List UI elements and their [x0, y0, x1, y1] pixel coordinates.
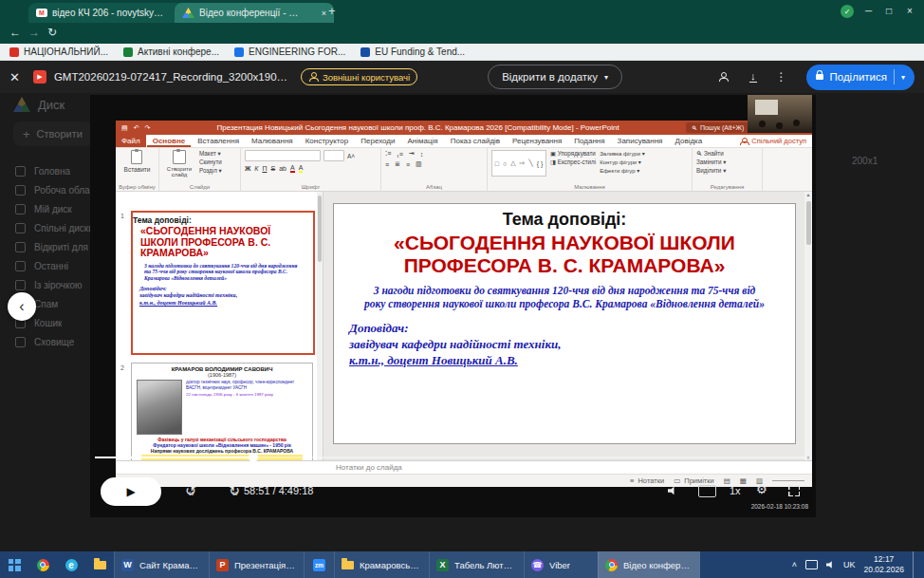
- rewind-10-icon[interactable]: ↺10: [185, 483, 196, 498]
- tab-home[interactable]: Основне: [147, 136, 192, 147]
- open-in-app-button[interactable]: Відкрити в додатку ▾: [488, 65, 622, 89]
- bookmark-item[interactable]: Активні конфере...: [123, 47, 219, 57]
- quick-styles-button[interactable]: ◨ Експрес-стилі: [550, 158, 596, 165]
- volume-icon[interactable]: [668, 486, 677, 495]
- align-left-icon[interactable]: ≡: [385, 161, 389, 168]
- main-scrollbar[interactable]: ▲ ▼: [804, 192, 812, 460]
- numbering-icon[interactable]: ₁≡: [397, 151, 402, 158]
- previous-file-button[interactable]: ‹: [8, 292, 36, 321]
- slide-2-thumbnail[interactable]: КРАМАРОВ ВОЛОДИМИР САВОВИЧ (1906-1987) д…: [131, 363, 313, 460]
- tab-view[interactable]: Подання: [568, 136, 610, 147]
- font-size-select[interactable]: [323, 150, 344, 161]
- view-sorter-icon[interactable]: ▦: [740, 476, 747, 485]
- new-slide-button[interactable]: Створити слайд: [163, 150, 195, 177]
- thumbnail-scrollbar[interactable]: [317, 192, 323, 460]
- fullscreen-icon[interactable]: [788, 485, 800, 496]
- shape-effects-button[interactable]: Ефекти фігур ▾: [600, 167, 645, 174]
- taskbar-app-powerpoint[interactable]: P Презентація Нов...: [209, 551, 304, 578]
- seek-bar[interactable]: [95, 457, 811, 458]
- share-user-icon[interactable]: [718, 72, 730, 82]
- notes-pane[interactable]: Нотатки до слайда: [116, 460, 812, 474]
- tab-insert[interactable]: Вставлення: [192, 136, 245, 147]
- indent-icon[interactable]: ⇥: [409, 150, 415, 158]
- align-right-icon[interactable]: ≡: [406, 161, 410, 168]
- more-options-icon[interactable]: ⋮: [776, 70, 787, 84]
- font-name-select[interactable]: [245, 150, 321, 161]
- scroll-up-icon[interactable]: ▲: [804, 192, 812, 197]
- replace-button[interactable]: Замінити ▾: [696, 158, 726, 165]
- taskbar-app-word[interactable]: W Сайт Крамаровс...: [114, 551, 209, 578]
- taskbar-chrome-icon[interactable]: [28, 551, 57, 578]
- ppt-share-button[interactable]: Спільний доступ: [739, 137, 806, 145]
- slide-canvas[interactable]: Тема доповіді: «СЬОГОДЕННЯ НАУКОВОЇ ШКОЛ…: [333, 203, 796, 444]
- window-close-icon[interactable]: ×: [907, 6, 913, 16]
- taskbar-app-viber[interactable]: ☎ Viber: [524, 551, 598, 578]
- layout-button[interactable]: Макет ▾: [199, 150, 222, 157]
- network-icon[interactable]: [805, 560, 818, 569]
- window-minimize-icon[interactable]: ─: [865, 6, 872, 16]
- shape-outline-button[interactable]: Контур фігури ▾: [600, 158, 645, 165]
- taskbar-app-excel[interactable]: X Табель Лютий 3...: [429, 551, 524, 578]
- language-indicator[interactable]: UK: [843, 560, 856, 569]
- browser-update-icon[interactable]: ✓: [841, 5, 854, 18]
- ppt-search-box[interactable]: 🔍︎ Пошук (Alt+Ж): [686, 122, 749, 133]
- bookmark-item[interactable]: ENGINEERING FOR...: [234, 47, 345, 57]
- tab-close-icon[interactable]: ×: [322, 9, 326, 18]
- taskbar-app-zoom[interactable]: zm: [304, 551, 334, 578]
- share-button[interactable]: Поділитися ▾: [806, 65, 915, 90]
- taskbar-app-chrome-video[interactable]: Відео конференц...: [598, 551, 700, 578]
- select-button[interactable]: Виділити ▾: [696, 167, 726, 174]
- scrollbar-thumb[interactable]: [806, 201, 811, 245]
- strikethrough-button[interactable]: S: [271, 165, 276, 172]
- video-frame[interactable]: ▤ ↶ ↷ Презентация Новицький Сьогодення н…: [90, 95, 816, 517]
- find-button[interactable]: 🔍︎ Знайти: [696, 150, 726, 157]
- back-icon[interactable]: ←: [9, 26, 21, 39]
- font-color-icon[interactable]: А: [290, 164, 295, 173]
- italic-button[interactable]: К: [254, 165, 258, 172]
- tab-design[interactable]: Конструктор: [300, 136, 355, 147]
- tab-draw[interactable]: Малювання: [246, 136, 299, 147]
- undo-icon[interactable]: ↶: [134, 124, 139, 132]
- taskbar-edge-icon[interactable]: e: [57, 551, 85, 578]
- bold-button[interactable]: Ж: [245, 165, 250, 172]
- close-preview-icon[interactable]: ✕: [9, 70, 20, 84]
- line-spacing-icon[interactable]: ↕: [420, 151, 424, 158]
- settings-gear-icon[interactable]: ⚙: [756, 482, 767, 496]
- highlight-color-icon[interactable]: А: [299, 164, 304, 173]
- align-center-icon[interactable]: ≣: [395, 160, 400, 168]
- scrollbar-thumb[interactable]: [318, 196, 322, 262]
- tab-transitions[interactable]: Переходи: [355, 136, 400, 147]
- grow-font-icon[interactable]: A˄: [347, 153, 355, 159]
- taskbar-app-folder[interactable]: Крамаровські чи...: [334, 551, 429, 578]
- tab-review[interactable]: Рецензування: [507, 136, 567, 147]
- playback-speed-button[interactable]: 1x: [730, 485, 741, 496]
- new-tab-button[interactable]: +: [328, 4, 336, 18]
- comments-toggle[interactable]: ▭ Примітки: [674, 476, 714, 485]
- tray-volume-icon[interactable]: [826, 561, 835, 569]
- forward-10-icon[interactable]: ↻10: [229, 483, 240, 498]
- captions-icon[interactable]: [698, 485, 716, 497]
- zoom-slider[interactable]: [772, 480, 804, 481]
- underline-button[interactable]: П: [262, 165, 267, 172]
- bookmark-item[interactable]: EU Funding & Tend...: [360, 47, 465, 57]
- bullets-icon[interactable]: ⁚≡: [385, 150, 391, 158]
- shape-fill-button[interactable]: Заливка фігури ▾: [600, 150, 645, 157]
- tab-file[interactable]: Файл: [116, 135, 146, 147]
- reload-icon[interactable]: ↻: [47, 26, 57, 39]
- play-button[interactable]: ▶: [101, 477, 161, 506]
- paste-button[interactable]: Вставити: [124, 150, 151, 173]
- reset-button[interactable]: Скинути: [199, 158, 222, 165]
- tray-expand-icon[interactable]: ˄: [792, 560, 797, 569]
- tab-help[interactable]: Довідка: [669, 136, 708, 147]
- browser-tab-1[interactable]: M відео КЧ 206 - novytskyy@nub...: [28, 3, 188, 23]
- tab-animations[interactable]: Анімація: [402, 136, 444, 147]
- view-normal-icon[interactable]: ▤: [724, 476, 730, 485]
- drive-new-button[interactable]: + Створити: [13, 121, 93, 146]
- taskbar-explorer-icon[interactable]: [85, 551, 114, 578]
- show-desktop-button[interactable]: [913, 551, 916, 578]
- window-maximize-icon[interactable]: □: [886, 6, 892, 16]
- notes-toggle[interactable]: ≡ Нотатки: [630, 476, 664, 485]
- start-button[interactable]: [0, 551, 28, 578]
- save-icon[interactable]: ▤: [121, 124, 128, 132]
- text-shadow-icon[interactable]: ab: [279, 165, 286, 172]
